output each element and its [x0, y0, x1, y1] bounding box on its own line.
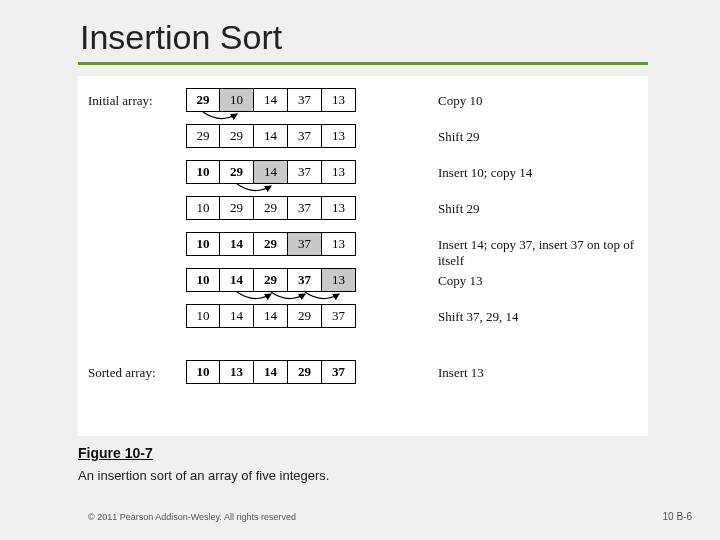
array-cell: 14	[220, 304, 254, 328]
step-note: Insert 14; copy 37, insert 37 on top of …	[438, 237, 648, 269]
array-cell: 10	[186, 232, 220, 256]
array-cell: 37	[288, 124, 322, 148]
array-cell: 14	[220, 232, 254, 256]
array-row: 1014293713	[186, 232, 356, 256]
array-cell: 29	[186, 88, 220, 112]
array-cell: 37	[288, 232, 322, 256]
array-cell: 13	[220, 360, 254, 384]
copyright: © 2011 Pearson Addison-Wesley. All right…	[88, 512, 296, 522]
step-note: Insert 10; copy 14	[438, 165, 532, 181]
array-cell: 10	[220, 88, 254, 112]
array-cell: 29	[254, 232, 288, 256]
label-sorted-array: Sorted array:	[88, 365, 156, 381]
array-cell: 29	[220, 160, 254, 184]
array-row: 2910143713	[186, 88, 356, 112]
array-cell: 29	[186, 124, 220, 148]
array-cell: 14	[254, 160, 288, 184]
step-note: Copy 13	[438, 273, 482, 289]
figure-label: Figure 10-7	[78, 445, 153, 461]
array-cell: 14	[254, 88, 288, 112]
array-cell: 13	[322, 88, 356, 112]
step-note: Copy 10	[438, 93, 482, 109]
figure-area: Initial array: Sorted array: 2910143713C…	[78, 76, 648, 436]
array-cell: 13	[322, 124, 356, 148]
array-cell: 37	[288, 88, 322, 112]
step-note: Shift 29	[438, 129, 480, 145]
array-cell: 13	[322, 268, 356, 292]
array-row: 1029293713	[186, 196, 356, 220]
array-row: 1029143713	[186, 160, 356, 184]
array-row: 1013142937	[186, 360, 356, 384]
array-cell: 14	[254, 304, 288, 328]
array-cell: 29	[254, 268, 288, 292]
array-cell: 14	[220, 268, 254, 292]
array-cell: 29	[288, 304, 322, 328]
array-row: 1014293713	[186, 268, 356, 292]
array-cell: 29	[220, 124, 254, 148]
step-note: Shift 29	[438, 201, 480, 217]
page-title: Insertion Sort	[80, 18, 282, 57]
array-cell: 13	[322, 196, 356, 220]
step-note: Shift 37, 29, 14	[438, 309, 519, 325]
label-initial-array: Initial array:	[88, 93, 153, 109]
array-cell: 29	[220, 196, 254, 220]
array-cell: 14	[254, 124, 288, 148]
array-cell: 37	[288, 196, 322, 220]
array-cell: 37	[322, 304, 356, 328]
array-cell: 13	[322, 160, 356, 184]
array-cell: 29	[288, 360, 322, 384]
figure-caption: An insertion sort of an array of five in…	[78, 468, 329, 483]
array-cell: 10	[186, 160, 220, 184]
array-cell: 10	[186, 360, 220, 384]
title-underline	[78, 62, 648, 65]
page-number: 10 B-6	[663, 511, 692, 522]
step-note: Insert 13	[438, 365, 484, 381]
array-cell: 10	[186, 196, 220, 220]
array-cell: 13	[322, 232, 356, 256]
array-cell: 14	[254, 360, 288, 384]
array-cell: 37	[288, 160, 322, 184]
array-row: 1014142937	[186, 304, 356, 328]
array-cell: 29	[254, 196, 288, 220]
array-cell: 10	[186, 304, 220, 328]
array-cell: 37	[288, 268, 322, 292]
array-cell: 37	[322, 360, 356, 384]
array-row: 2929143713	[186, 124, 356, 148]
slide: Insertion Sort Initial array: Sorted arr…	[0, 0, 720, 540]
array-cell: 10	[186, 268, 220, 292]
